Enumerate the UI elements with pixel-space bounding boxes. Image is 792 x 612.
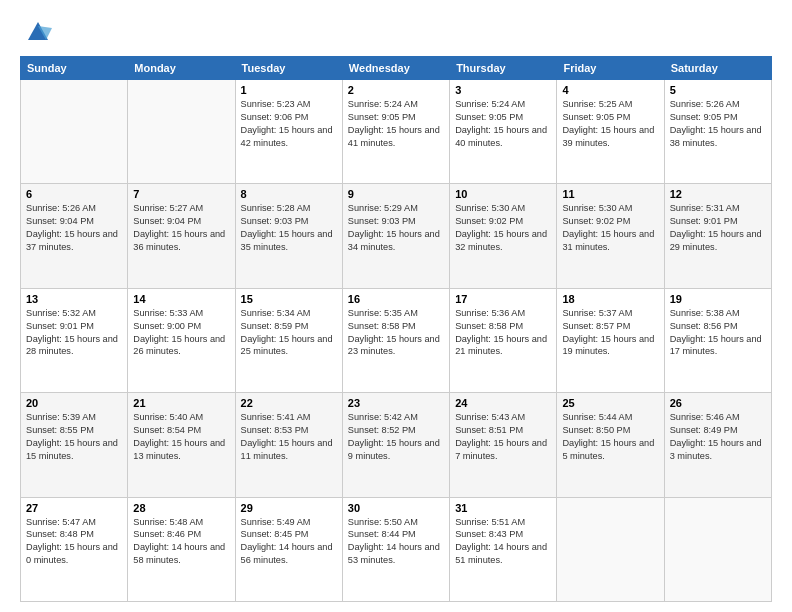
day-detail: Sunrise: 5:24 AMSunset: 9:05 PMDaylight:… bbox=[348, 98, 444, 150]
sunrise: Sunrise: 5:37 AM bbox=[562, 308, 632, 318]
daylight: Daylight: 15 hours and 11 minutes. bbox=[241, 438, 333, 461]
daylight: Daylight: 15 hours and 40 minutes. bbox=[455, 125, 547, 148]
sunrise: Sunrise: 5:28 AM bbox=[241, 203, 311, 213]
sunset: Sunset: 9:04 PM bbox=[133, 216, 201, 226]
sunset: Sunset: 8:54 PM bbox=[133, 425, 201, 435]
sunrise: Sunrise: 5:47 AM bbox=[26, 517, 96, 527]
daylight: Daylight: 15 hours and 3 minutes. bbox=[670, 438, 762, 461]
day-number: 7 bbox=[133, 188, 229, 200]
day-detail: Sunrise: 5:27 AMSunset: 9:04 PMDaylight:… bbox=[133, 202, 229, 254]
calendar-cell: 4Sunrise: 5:25 AMSunset: 9:05 PMDaylight… bbox=[557, 80, 664, 184]
daylight: Daylight: 15 hours and 7 minutes. bbox=[455, 438, 547, 461]
day-number: 27 bbox=[26, 502, 122, 514]
sunset: Sunset: 9:02 PM bbox=[455, 216, 523, 226]
day-number: 16 bbox=[348, 293, 444, 305]
day-detail: Sunrise: 5:49 AMSunset: 8:45 PMDaylight:… bbox=[241, 516, 337, 568]
day-number: 30 bbox=[348, 502, 444, 514]
day-detail: Sunrise: 5:40 AMSunset: 8:54 PMDaylight:… bbox=[133, 411, 229, 463]
sunrise: Sunrise: 5:30 AM bbox=[562, 203, 632, 213]
sunset: Sunset: 9:03 PM bbox=[241, 216, 309, 226]
sunrise: Sunrise: 5:50 AM bbox=[348, 517, 418, 527]
daylight: Daylight: 15 hours and 34 minutes. bbox=[348, 229, 440, 252]
calendar-cell: 22Sunrise: 5:41 AMSunset: 8:53 PMDayligh… bbox=[235, 393, 342, 497]
sunrise: Sunrise: 5:34 AM bbox=[241, 308, 311, 318]
day-detail: Sunrise: 5:30 AMSunset: 9:02 PMDaylight:… bbox=[562, 202, 658, 254]
sunrise: Sunrise: 5:27 AM bbox=[133, 203, 203, 213]
day-number: 3 bbox=[455, 84, 551, 96]
daylight: Daylight: 15 hours and 38 minutes. bbox=[670, 125, 762, 148]
sunset: Sunset: 8:56 PM bbox=[670, 321, 738, 331]
sunset: Sunset: 8:57 PM bbox=[562, 321, 630, 331]
calendar-cell: 2Sunrise: 5:24 AMSunset: 9:05 PMDaylight… bbox=[342, 80, 449, 184]
sunrise: Sunrise: 5:44 AM bbox=[562, 412, 632, 422]
logo bbox=[20, 18, 52, 46]
calendar-cell: 28Sunrise: 5:48 AMSunset: 8:46 PMDayligh… bbox=[128, 497, 235, 601]
day-number: 21 bbox=[133, 397, 229, 409]
sunset: Sunset: 9:05 PM bbox=[562, 112, 630, 122]
day-detail: Sunrise: 5:41 AMSunset: 8:53 PMDaylight:… bbox=[241, 411, 337, 463]
day-number: 15 bbox=[241, 293, 337, 305]
day-detail: Sunrise: 5:26 AMSunset: 9:04 PMDaylight:… bbox=[26, 202, 122, 254]
day-number: 26 bbox=[670, 397, 766, 409]
day-number: 1 bbox=[241, 84, 337, 96]
sunset: Sunset: 9:05 PM bbox=[348, 112, 416, 122]
sunrise: Sunrise: 5:26 AM bbox=[670, 99, 740, 109]
day-number: 9 bbox=[348, 188, 444, 200]
day-number: 18 bbox=[562, 293, 658, 305]
daylight: Daylight: 15 hours and 5 minutes. bbox=[562, 438, 654, 461]
calendar-cell: 11Sunrise: 5:30 AMSunset: 9:02 PMDayligh… bbox=[557, 184, 664, 288]
sunset: Sunset: 8:49 PM bbox=[670, 425, 738, 435]
calendar-cell: 8Sunrise: 5:28 AMSunset: 9:03 PMDaylight… bbox=[235, 184, 342, 288]
sunset: Sunset: 8:46 PM bbox=[133, 529, 201, 539]
calendar-cell: 31Sunrise: 5:51 AMSunset: 8:43 PMDayligh… bbox=[450, 497, 557, 601]
calendar-cell: 18Sunrise: 5:37 AMSunset: 8:57 PMDayligh… bbox=[557, 288, 664, 392]
daylight: Daylight: 15 hours and 35 minutes. bbox=[241, 229, 333, 252]
sunset: Sunset: 8:45 PM bbox=[241, 529, 309, 539]
sunrise: Sunrise: 5:24 AM bbox=[455, 99, 525, 109]
daylight: Daylight: 15 hours and 21 minutes. bbox=[455, 334, 547, 357]
day-detail: Sunrise: 5:35 AMSunset: 8:58 PMDaylight:… bbox=[348, 307, 444, 359]
day-number: 14 bbox=[133, 293, 229, 305]
day-detail: Sunrise: 5:34 AMSunset: 8:59 PMDaylight:… bbox=[241, 307, 337, 359]
day-detail: Sunrise: 5:47 AMSunset: 8:48 PMDaylight:… bbox=[26, 516, 122, 568]
sunset: Sunset: 9:04 PM bbox=[26, 216, 94, 226]
calendar-cell bbox=[664, 497, 771, 601]
calendar-cell bbox=[557, 497, 664, 601]
sunrise: Sunrise: 5:48 AM bbox=[133, 517, 203, 527]
day-number: 13 bbox=[26, 293, 122, 305]
sunrise: Sunrise: 5:25 AM bbox=[562, 99, 632, 109]
sunset: Sunset: 9:01 PM bbox=[26, 321, 94, 331]
sunset: Sunset: 9:02 PM bbox=[562, 216, 630, 226]
daylight: Daylight: 15 hours and 39 minutes. bbox=[562, 125, 654, 148]
calendar-cell: 29Sunrise: 5:49 AMSunset: 8:45 PMDayligh… bbox=[235, 497, 342, 601]
sunset: Sunset: 8:58 PM bbox=[348, 321, 416, 331]
sunrise: Sunrise: 5:41 AM bbox=[241, 412, 311, 422]
sunset: Sunset: 8:53 PM bbox=[241, 425, 309, 435]
day-detail: Sunrise: 5:25 AMSunset: 9:05 PMDaylight:… bbox=[562, 98, 658, 150]
day-detail: Sunrise: 5:43 AMSunset: 8:51 PMDaylight:… bbox=[455, 411, 551, 463]
logo-icon bbox=[24, 18, 52, 46]
day-detail: Sunrise: 5:50 AMSunset: 8:44 PMDaylight:… bbox=[348, 516, 444, 568]
daylight: Daylight: 15 hours and 15 minutes. bbox=[26, 438, 118, 461]
calendar-cell: 16Sunrise: 5:35 AMSunset: 8:58 PMDayligh… bbox=[342, 288, 449, 392]
sunset: Sunset: 8:51 PM bbox=[455, 425, 523, 435]
day-detail: Sunrise: 5:36 AMSunset: 8:58 PMDaylight:… bbox=[455, 307, 551, 359]
col-header-sunday: Sunday bbox=[21, 57, 128, 80]
calendar-cell: 26Sunrise: 5:46 AMSunset: 8:49 PMDayligh… bbox=[664, 393, 771, 497]
daylight: Daylight: 15 hours and 23 minutes. bbox=[348, 334, 440, 357]
calendar-table: SundayMondayTuesdayWednesdayThursdayFrid… bbox=[20, 56, 772, 602]
daylight: Daylight: 15 hours and 13 minutes. bbox=[133, 438, 225, 461]
day-number: 24 bbox=[455, 397, 551, 409]
day-number: 6 bbox=[26, 188, 122, 200]
calendar-cell: 12Sunrise: 5:31 AMSunset: 9:01 PMDayligh… bbox=[664, 184, 771, 288]
daylight: Daylight: 15 hours and 31 minutes. bbox=[562, 229, 654, 252]
day-number: 17 bbox=[455, 293, 551, 305]
calendar-cell: 20Sunrise: 5:39 AMSunset: 8:55 PMDayligh… bbox=[21, 393, 128, 497]
calendar-cell: 27Sunrise: 5:47 AMSunset: 8:48 PMDayligh… bbox=[21, 497, 128, 601]
sunset: Sunset: 8:44 PM bbox=[348, 529, 416, 539]
daylight: Daylight: 15 hours and 32 minutes. bbox=[455, 229, 547, 252]
calendar-cell: 1Sunrise: 5:23 AMSunset: 9:06 PMDaylight… bbox=[235, 80, 342, 184]
daylight: Daylight: 14 hours and 58 minutes. bbox=[133, 542, 225, 565]
calendar-cell: 21Sunrise: 5:40 AMSunset: 8:54 PMDayligh… bbox=[128, 393, 235, 497]
daylight: Daylight: 15 hours and 37 minutes. bbox=[26, 229, 118, 252]
